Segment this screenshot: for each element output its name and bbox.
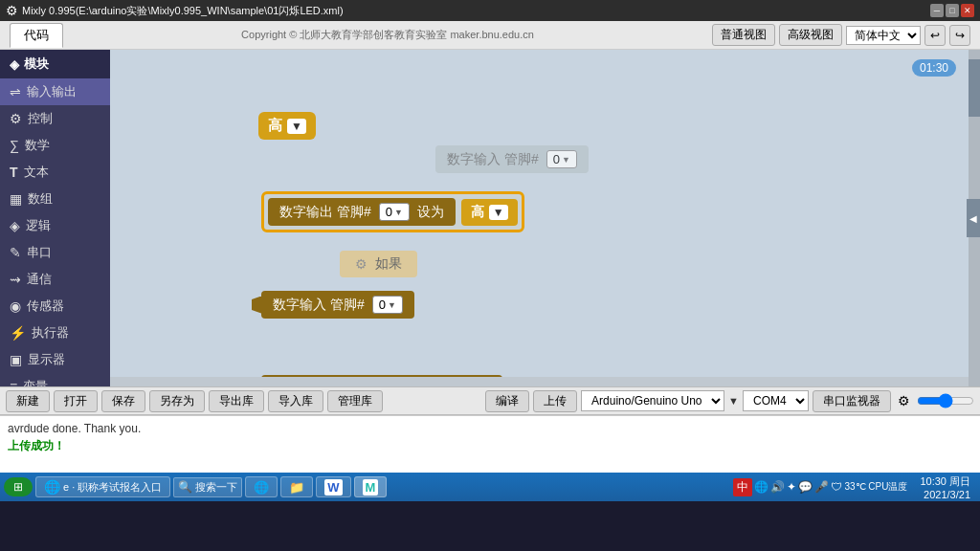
- digital-input-block-top: 数字输入 管脚# 0 ▼: [435, 145, 589, 173]
- redo-button[interactable]: ↪: [949, 25, 970, 46]
- minimize-button[interactable]: ─: [930, 4, 944, 17]
- title-text: Mixly 0.995(E:\arduino实验\Mixly0.995_WIN\…: [22, 4, 930, 18]
- high-button-block[interactable]: 高 ▼: [258, 112, 316, 140]
- sidebar-item-actuator[interactable]: ⚡ 执行器: [0, 320, 110, 346]
- canvas-area[interactable]: 01:30 高 ▼ 数字输入 管脚# 0 ▼ 数字输出 管脚#: [110, 50, 980, 386]
- set-to-label: 设为: [417, 204, 444, 221]
- taskbar-search-bar[interactable]: 🔍 搜索一下: [173, 477, 242, 497]
- sidebar: ◈ 模块 ⇌ 输入输出 ⚙ 控制 ∑ 数学 T 文本 ▦ 数组 ◈ 逻辑 ✎: [0, 50, 110, 386]
- import-button[interactable]: 导入库: [268, 390, 323, 412]
- sidebar-item-display[interactable]: ▣ 显示器: [0, 346, 110, 373]
- new-button[interactable]: 新建: [6, 390, 50, 412]
- board-select[interactable]: Arduino/Genuino Uno: [581, 390, 724, 411]
- save-button[interactable]: 保存: [101, 390, 145, 412]
- high-dropdown-arrow[interactable]: ▼: [287, 119, 306, 134]
- horizontal-scrollbar[interactable]: [110, 377, 969, 386]
- ime-icon[interactable]: 中: [733, 478, 752, 496]
- advanced-view-button[interactable]: 高级视图: [779, 24, 842, 46]
- sidebar-item-array[interactable]: ▦ 数组: [0, 186, 110, 212]
- volume-icon[interactable]: 🔊: [770, 480, 785, 494]
- digital-output-arrow[interactable]: ▼: [394, 208, 403, 217]
- collapse-panel-button[interactable]: ◀: [967, 199, 980, 237]
- comm-icon: ⇝: [10, 272, 21, 287]
- sidebar-item-logic[interactable]: ◈ 逻辑: [0, 212, 110, 239]
- array-icon: ▦: [10, 191, 22, 207]
- sidebar-item-math[interactable]: ∑ 数学: [0, 132, 110, 159]
- set-to-select[interactable]: 高 ▼: [461, 199, 518, 226]
- zoom-slider[interactable]: [917, 393, 974, 408]
- sidebar-item-variable[interactable]: ≡ 变量: [0, 373, 110, 386]
- start-button[interactable]: ⊞: [4, 477, 33, 496]
- ime2-icon[interactable]: ✦: [787, 480, 796, 494]
- taskbar-item-word[interactable]: W: [316, 476, 350, 497]
- mic-icon[interactable]: 🎤: [814, 480, 829, 494]
- export-button[interactable]: 导出库: [209, 390, 264, 412]
- taskbar-item-mixly[interactable]: M: [354, 476, 388, 497]
- taskbar-item-ie[interactable]: 🌐 e · 职称考试报名入口: [35, 476, 170, 497]
- ie2-icon: 🌐: [254, 480, 269, 495]
- serial-monitor-button[interactable]: 串口监视器: [813, 390, 891, 412]
- math-icon: ∑: [10, 138, 19, 153]
- upload-button[interactable]: 上传: [533, 390, 577, 412]
- titlebar: ⚙ Mixly 0.995(E:\arduino实验\Mixly0.995_WI…: [0, 0, 980, 21]
- taskbar-item-ie2[interactable]: 🌐: [245, 476, 278, 497]
- if-label: 如果: [375, 255, 402, 273]
- digital-output-val: 0: [386, 205, 392, 219]
- digital-output-label: 数字输出 管脚#: [279, 204, 371, 221]
- sidebar-item-control[interactable]: ⚙ 控制: [0, 105, 110, 132]
- search-icon: 🔍: [178, 480, 192, 494]
- normal-view-button[interactable]: 普通视图: [712, 24, 775, 46]
- sidebar-item-sensor[interactable]: ◉ 传感器: [0, 293, 110, 320]
- digital-input-top-select: 0 ▼: [546, 150, 577, 168]
- system-tray: 中 🌐 🔊 ✦ 💬 🎤 🛡 33℃ CPU温度: [729, 478, 911, 496]
- taskbar-clock[interactable]: 10:30 周日 2021/3/21: [914, 474, 976, 500]
- digital-input2-select[interactable]: 0 ▼: [372, 296, 403, 314]
- if-block[interactable]: ⚙ 如果: [340, 251, 417, 277]
- digital-input-block-mid[interactable]: 数字输入 管脚# 0 ▼: [261, 291, 414, 319]
- sidebar-item-comm[interactable]: ⇝ 通信: [0, 266, 110, 293]
- mixly-icon: M: [363, 479, 379, 496]
- digital-input2-val: 0: [379, 298, 386, 312]
- sidebar-item-serial[interactable]: ✎ 串口: [0, 239, 110, 266]
- shield-icon[interactable]: 🛡: [831, 480, 842, 494]
- word-icon: W: [324, 479, 342, 496]
- sidebar-label-variable: 变量: [23, 378, 48, 386]
- io-icon: ⇌: [10, 84, 21, 99]
- digital-input2-arrow[interactable]: ▼: [388, 300, 396, 310]
- chat-icon[interactable]: 💬: [798, 480, 813, 494]
- timer-badge: 01:30: [912, 59, 956, 77]
- digital-input-top-val: 0: [553, 152, 560, 166]
- digital-output-set-block[interactable]: 数字输出 管脚# 0 ▼ 设为 高 ▼: [261, 191, 524, 232]
- scroll-thumb[interactable]: [969, 59, 980, 117]
- clock-time: 10:30 周日: [920, 474, 970, 489]
- save-as-button[interactable]: 另存为: [149, 390, 205, 412]
- port-select[interactable]: COM4: [743, 390, 809, 411]
- gear-icon: ⚙: [355, 256, 368, 272]
- network-icon[interactable]: 🌐: [754, 480, 768, 494]
- digital-output-select[interactable]: 0 ▼: [379, 203, 410, 221]
- taskbar-item-folder[interactable]: 📁: [280, 476, 313, 497]
- digital-input-top-arrow: ▼: [562, 155, 570, 165]
- sidebar-label-display: 显示器: [28, 351, 65, 368]
- sidebar-label-io: 输入输出: [27, 83, 77, 100]
- tab-code[interactable]: 代码: [10, 23, 63, 48]
- open-button[interactable]: 打开: [54, 390, 98, 412]
- digital-input2-label: 数字输入 管脚#: [273, 297, 365, 314]
- serial-icon: ✎: [10, 245, 21, 260]
- close-button[interactable]: ✕: [961, 4, 974, 17]
- compile-button[interactable]: 编译: [485, 390, 529, 412]
- blocks-icon: ◈: [10, 57, 19, 72]
- manage-button[interactable]: 管理库: [327, 390, 383, 412]
- language-select[interactable]: 简体中文: [846, 26, 921, 45]
- undo-button[interactable]: ↩: [924, 25, 946, 46]
- sidebar-label-sensor: 传感器: [27, 298, 64, 315]
- sidebar-item-text[interactable]: T 文本: [0, 159, 110, 186]
- maximize-button[interactable]: □: [946, 4, 959, 17]
- set-to-arrow[interactable]: ▼: [489, 205, 508, 220]
- sidebar-label-text: 文本: [24, 164, 49, 181]
- monitor-settings-icon[interactable]: ⚙: [895, 393, 913, 408]
- display-icon: ▣: [10, 352, 22, 367]
- sidebar-item-io[interactable]: ⇌ 输入输出: [0, 78, 110, 105]
- console-line-3: 上传成功！: [8, 437, 972, 454]
- high-label: 高: [268, 117, 282, 135]
